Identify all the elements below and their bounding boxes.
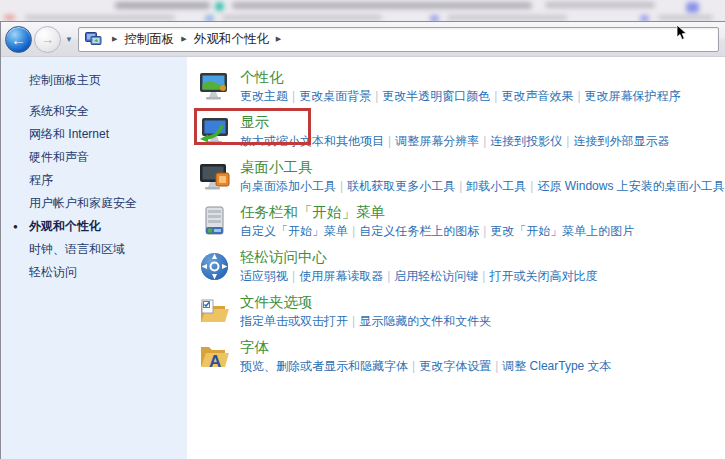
svg-text:A: A xyxy=(209,352,221,371)
mouse-cursor xyxy=(676,25,689,41)
breadcrumb-appearance-personalization[interactable]: 外观和个性化 xyxy=(194,31,269,48)
recent-pages-dropdown-icon[interactable]: ▼ xyxy=(65,35,73,44)
category-row: 文件夹选项 指定单击或双击打开|显示隐藏的文件和文件夹 xyxy=(198,293,725,338)
category-title-个性化[interactable]: 个性化 xyxy=(240,68,681,87)
task-link[interactable]: 预览、删除或者显示和隐藏字体 xyxy=(240,359,408,373)
task-links: 指定单击或双击打开|显示隐藏的文件和文件夹 xyxy=(240,313,491,330)
breadcrumb-chevron-icon: ▶ xyxy=(112,35,117,43)
forward-button[interactable]: → xyxy=(34,26,61,53)
background-blur-strip xyxy=(0,0,725,21)
category-row: A 字体 预览、删除或者显示和隐藏字体|更改字体设置|调整 ClearType … xyxy=(198,338,725,383)
link-separator: | xyxy=(482,269,485,283)
address-bar[interactable]: ▶ 控制面板 ▶ 外观和个性化 ▶ xyxy=(78,27,719,52)
link-separator: | xyxy=(375,89,378,103)
task-link[interactable]: 更改「开始」菜单上的图片 xyxy=(490,224,634,238)
control-panel-window: ← → ▼ ▶ 控制面板 ▶ 外观和个性化 ▶ 控制面板主页 xyxy=(0,21,725,459)
task-link[interactable]: 使用屏幕读取器 xyxy=(299,269,383,283)
task-link[interactable]: 打开或关闭高对比度 xyxy=(489,269,597,283)
category-row: 个性化 更改主题|更改桌面背景|更改半透明窗口颜色|更改声音效果|更改屏幕保护程… xyxy=(198,68,725,113)
window-body: 控制面板主页 ●系统和安全 ●网络和 Internet ●硬件和声音 ●程序 ●… xyxy=(1,57,725,459)
task-link[interactable]: 调整屏幕分辨率 xyxy=(395,134,479,148)
category-title-字体[interactable]: 字体 xyxy=(240,338,612,357)
sidebar-item-label: 用户帐户和家庭安全 xyxy=(29,196,137,210)
sidebar-item-网络和 Internet[interactable]: ●网络和 Internet xyxy=(29,123,187,146)
folder-options-icon xyxy=(198,295,231,328)
task-links: 向桌面添加小工具|联机获取更多小工具|卸载小工具|还原 Windows 上安装的… xyxy=(240,178,725,195)
sidebar-item-label: 轻松访问 xyxy=(29,265,77,279)
active-bullet-icon: ● xyxy=(13,215,18,238)
category-row: 轻松访问中心 适应弱视|使用屏幕读取器|启用轻松访问键|打开或关闭高对比度 xyxy=(198,248,725,293)
category-title-任务栏和「开始」菜单[interactable]: 任务栏和「开始」菜单 xyxy=(240,203,634,222)
task-link[interactable]: 更改屏幕保护程序 xyxy=(585,89,681,103)
task-links: 适应弱视|使用屏幕读取器|启用轻松访问键|打开或关闭高对比度 xyxy=(240,268,597,285)
task-links: 更改主题|更改桌面背景|更改半透明窗口颜色|更改声音效果|更改屏幕保护程序 xyxy=(240,88,681,105)
control-panel-icon xyxy=(85,32,103,46)
taskbar-start-menu-icon xyxy=(198,205,231,238)
screen: ← → ▼ ▶ 控制面板 ▶ 外观和个性化 ▶ 控制面板主页 xyxy=(0,0,725,459)
sidebar-item-用户帐户和家庭安全[interactable]: ●用户帐户和家庭安全 xyxy=(29,192,187,215)
link-separator: | xyxy=(412,359,415,373)
task-link[interactable]: 连接到投影仪 xyxy=(490,134,562,148)
link-separator: | xyxy=(530,179,533,193)
task-link[interactable]: 还原 Windows 上安装的桌面小工具 xyxy=(537,179,724,193)
link-separator: | xyxy=(352,314,355,328)
sidebar-item-程序[interactable]: ●程序 xyxy=(29,169,187,192)
sidebar-item-label: 硬件和声音 xyxy=(29,150,89,164)
task-link[interactable]: 指定单击或双击打开 xyxy=(240,314,348,328)
link-separator: | xyxy=(577,89,580,103)
breadcrumb-chevron-icon[interactable]: ▶ xyxy=(276,35,281,43)
link-separator: | xyxy=(495,359,498,373)
task-link[interactable]: 连接到外部显示器 xyxy=(573,134,669,148)
personalization-icon xyxy=(198,70,231,103)
link-separator: | xyxy=(494,89,497,103)
task-link[interactable]: 放大或缩小文本和其他项目 xyxy=(240,134,384,148)
ease-of-access-icon xyxy=(198,250,231,283)
task-link[interactable]: 卸载小工具 xyxy=(466,179,526,193)
link-separator: | xyxy=(483,224,486,238)
task-link[interactable]: 自定义「开始」菜单 xyxy=(240,224,348,238)
sidebar-item-外观和个性化[interactable]: ●外观和个性化 xyxy=(29,215,187,238)
task-link[interactable]: 更改字体设置 xyxy=(419,359,491,373)
breadcrumb-control-panel[interactable]: 控制面板 xyxy=(124,31,174,48)
task-link[interactable]: 更改声音效果 xyxy=(501,89,573,103)
category-row: 任务栏和「开始」菜单 自定义「开始」菜单|自定义任务栏上的图标|更改「开始」菜单… xyxy=(198,203,725,248)
breadcrumb-chevron-icon: ▶ xyxy=(181,35,186,43)
sidebar-item-系统和安全[interactable]: ●系统和安全 xyxy=(29,100,187,123)
link-separator: | xyxy=(459,179,462,193)
category-title-文件夹选项[interactable]: 文件夹选项 xyxy=(240,293,491,312)
category-row: 桌面小工具 向桌面添加小工具|联机获取更多小工具|卸载小工具|还原 Window… xyxy=(198,158,725,203)
sidebar-item-label: 时钟、语言和区域 xyxy=(29,242,125,256)
task-link[interactable]: 调整 ClearType 文本 xyxy=(502,359,611,373)
task-link[interactable]: 启用轻松访问键 xyxy=(394,269,478,283)
category-list: 个性化 更改主题|更改桌面背景|更改半透明窗口颜色|更改声音效果|更改屏幕保护程… xyxy=(187,57,725,459)
task-link[interactable]: 更改主题 xyxy=(240,89,288,103)
category-row: 显示 放大或缩小文本和其他项目|调整屏幕分辨率|连接到投影仪|连接到外部显示器 xyxy=(198,113,725,158)
link-separator: | xyxy=(340,179,343,193)
task-link[interactable]: 更改桌面背景 xyxy=(299,89,371,103)
category-title-轻松访问中心[interactable]: 轻松访问中心 xyxy=(240,248,597,267)
sidebar-item-硬件和声音[interactable]: ●硬件和声音 xyxy=(29,146,187,169)
navigation-bar: ← → ▼ ▶ 控制面板 ▶ 外观和个性化 ▶ xyxy=(1,22,725,57)
task-link[interactable]: 向桌面添加小工具 xyxy=(240,179,336,193)
back-button[interactable]: ← xyxy=(5,26,32,53)
teal-dot xyxy=(215,2,224,11)
sidebar: 控制面板主页 ●系统和安全 ●网络和 Internet ●硬件和声音 ●程序 ●… xyxy=(1,57,187,459)
desktop-gadgets-icon xyxy=(198,160,231,193)
link-separator: | xyxy=(387,269,390,283)
sidebar-item-label: 网络和 Internet xyxy=(29,127,109,141)
task-link[interactable]: 更改半透明窗口颜色 xyxy=(382,89,490,103)
sidebar-item-label: 外观和个性化 xyxy=(29,219,101,233)
sidebar-item-label: 程序 xyxy=(29,173,53,187)
task-link[interactable]: 自定义任务栏上的图标 xyxy=(359,224,479,238)
category-title-显示[interactable]: 显示 xyxy=(240,113,669,132)
sidebar-item-control-panel-home[interactable]: 控制面板主页 xyxy=(29,69,187,92)
category-title-桌面小工具[interactable]: 桌面小工具 xyxy=(240,158,725,177)
link-separator: | xyxy=(483,134,486,148)
task-link[interactable]: 适应弱视 xyxy=(240,269,288,283)
task-link[interactable]: 联机获取更多小工具 xyxy=(347,179,455,193)
fonts-icon: A xyxy=(198,340,231,373)
link-separator: | xyxy=(292,269,295,283)
sidebar-item-时钟、语言和区域[interactable]: ●时钟、语言和区域 xyxy=(29,238,187,261)
task-link[interactable]: 显示隐藏的文件和文件夹 xyxy=(359,314,491,328)
sidebar-item-轻松访问[interactable]: ●轻松访问 xyxy=(29,261,187,284)
